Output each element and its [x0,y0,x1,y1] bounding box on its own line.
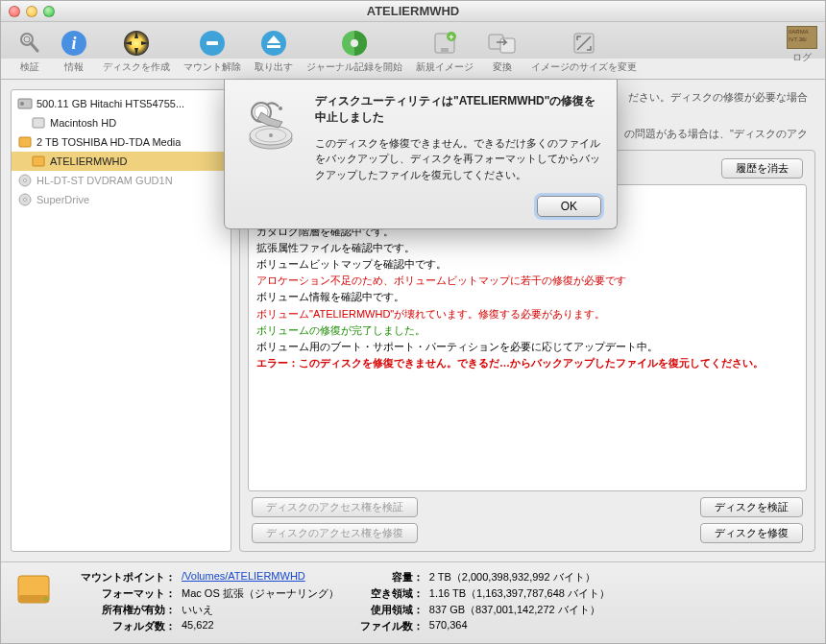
info-label: 情報 [64,60,84,74]
log-label: ログ [792,52,812,62]
resize-image-toolbutton[interactable]: イメージのサイズを変更 [525,26,643,76]
used-label: 使用領域： [356,603,424,617]
disk-utility-icon [240,93,302,217]
log-line: ボリュームビットマップを確認中です。 [256,256,798,273]
svg-rect-22 [19,137,31,147]
svg-rect-13 [441,48,449,52]
convert-label: 変換 [493,60,512,74]
ok-button[interactable]: OK [537,196,601,217]
folders-label: フォルダ数： [70,619,176,633]
sidebar-item-label: SuperDrive [36,194,89,205]
convert-toolbutton[interactable]: 変換 [481,26,523,76]
files-value: 570,364 [429,619,468,633]
svg-rect-29 [18,595,49,603]
log-line: ボリューム用のブート・サポート・パーティションを必要に応じてアップデート中。 [256,339,798,355]
info-footer: マウントポイント：/Volumes/ATELIERMWHD フォーマット：Mac… [1,561,825,643]
repair-disk-button[interactable]: ディスクを修復 [700,523,803,543]
external-volume-icon [31,154,46,169]
free-label: 空き領域： [356,586,424,601]
window: ATELIERMWHD 検証 i 情報 ディスクを作成 マウント解除 取り出す … [0,0,826,644]
titlebar: ATELIERMWHD [1,1,825,22]
capacity-value: 2 TB（2,000,398,932,992 バイト） [429,570,595,584]
format-value: Mac OS 拡張（ジャーナリング） [182,586,339,601]
info-toolbutton[interactable]: i 情報 [53,26,95,76]
svg-rect-23 [33,156,44,166]
format-label: フォーマット： [70,586,176,601]
log-line-success: ボリュームの修復が完了しました。 [256,322,798,339]
right-info-column: 容量：2 TB（2,000,398,932,992 バイト） 空き領域：1.16… [356,570,610,633]
device-sidebar: 500.11 GB Hitachi HTS54755... Macintosh … [11,89,231,552]
disc-icon [17,173,33,188]
sidebar-item-ateliermwhd[interactable]: ATELIERMWHD [12,152,231,171]
dialog-message: このディスクを修復できません。できるだけ多くのファイルをバックアップし、ディスク… [315,135,601,183]
unmount-label: マウント解除 [183,60,241,74]
used-value: 837 GB（837,001,142,272 バイト） [429,603,600,617]
dialog-title: ディスクユーティリティは"ATELIERMWHD"の修復を中止しました [315,93,601,126]
verify-toolbutton[interactable]: 検証 [9,26,51,76]
log-line-error: ボリューム"ATELIERMWHD"が壊れています。修復する必要があります。 [256,306,798,322]
verify-permissions-button[interactable]: ディスクのアクセス権を検証 [252,497,418,517]
sidebar-item-label: Macintosh HD [50,117,116,129]
external-hdd-icon [17,134,33,150]
sidebar-item-external-disk[interactable]: 2 TB TOSHIBA HD-TDA Media [12,132,231,152]
mount-point-link[interactable]: /Volumes/ATELIERMWHD [182,570,305,584]
repair-permissions-button[interactable]: ディスクのアクセス権を修復 [252,523,418,543]
svg-point-2 [24,36,30,42]
verify-label: 検証 [20,60,39,74]
clear-history-button[interactable]: 履歴を消去 [721,158,803,179]
log-output: カタログファイルを確認中です。 マルチリンクファイルを確認中です。 カタログ階層… [248,184,807,491]
sidebar-item-superdrive[interactable]: SuperDrive [12,190,231,209]
capacity-label: 容量： [356,570,424,584]
window-title: ATELIERMWHD [1,4,825,18]
svg-point-20 [20,102,24,106]
svg-line-1 [31,43,37,51]
svg-point-25 [24,179,27,182]
svg-text:i: i [71,34,76,53]
volume-icon [31,115,46,131]
svg-rect-17 [500,38,515,53]
sidebar-item-label: ATELIERMWHD [50,155,127,167]
owners-value: いいえ [182,603,213,617]
log-line-error: エラー：このディスクを修復できません。できるだ…からバックアップしたファイルを復… [256,355,798,371]
resize-image-label: イメージのサイズを変更 [531,60,637,74]
log-line-error: アロケーション不足のため、ボリュームビットマップに若干の修復が必要です [256,273,798,289]
burn-label: ディスクを作成 [103,60,170,74]
files-label: ファイル数： [356,619,424,633]
left-info-column: マウントポイント：/Volumes/ATELIERMWHD フォーマット：Mac… [70,570,339,633]
folders-value: 45,622 [182,619,214,633]
verify-disk-button[interactable]: ディスクを検証 [700,497,803,517]
unmount-toolbutton[interactable]: マウント解除 [178,26,247,76]
svg-point-30 [45,598,48,601]
sidebar-item-internal-disk[interactable]: 500.11 GB Hitachi HTS54755... [12,94,231,113]
burn-toolbutton[interactable]: ディスクを作成 [97,26,176,76]
svg-point-34 [269,133,273,137]
svg-point-37 [279,107,282,110]
journal-label: ジャーナル記録を開始 [306,60,402,74]
log-line: ボリューム情報を確認中です。 [256,289,798,305]
owners-label: 所有権が有効： [70,603,176,617]
svg-rect-7 [206,41,218,45]
svg-text:+: + [449,33,453,42]
svg-rect-9 [267,45,280,48]
eject-toolbutton[interactable]: 取り出す [249,26,299,76]
svg-point-27 [24,199,27,202]
sidebar-item-label: 2 TB TOSHIBA HD-TDA Media [36,136,181,148]
alert-dialog: ディスクユーティリティは"ATELIERMWHD"の修復を中止しました このディ… [224,80,618,229]
log-line: 拡張属性ファイルを確認中です。 [256,240,798,256]
new-image-toolbutton[interactable]: + 新規イメージ [410,26,479,76]
sidebar-item-label: 500.11 GB Hitachi HTS54755... [36,98,184,109]
svg-point-11 [351,39,358,47]
volume-icon [14,570,53,608]
new-image-label: 新規イメージ [416,60,474,74]
sidebar-item-macintosh-hd[interactable]: Macintosh HD [12,113,231,132]
sidebar-item-optical-drive[interactable]: HL-DT-ST DVDRAM GUD1N [12,171,231,190]
hdd-icon [17,96,33,111]
svg-rect-21 [33,118,44,128]
log-toolbutton[interactable]: IIARMAIV7.36i ログ [787,26,817,64]
free-value: 1.16 TB（1,163,397,787,648 バイト） [429,586,610,601]
action-buttons: ディスクのアクセス権を検証 ディスクを検証 ディスクのアクセス権を修復 ディスク… [248,497,807,543]
eject-label: 取り出す [255,60,293,74]
toolbar: 検証 i 情報 ディスクを作成 マウント解除 取り出す ジャーナル記録を開始 +… [1,22,825,80]
journal-toolbutton[interactable]: ジャーナル記録を開始 [301,26,408,76]
disc-icon [17,192,33,207]
